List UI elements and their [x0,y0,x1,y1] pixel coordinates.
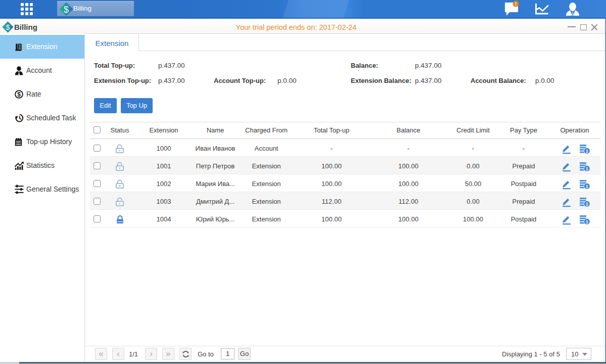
svg-text:$: $ [586,201,588,206]
svg-text:$: $ [586,148,588,153]
svg-text:!: ! [515,2,517,7]
svg-text:$: $ [586,166,588,171]
svg-text:$: $ [586,184,588,189]
svg-text:$: $ [64,5,69,15]
svg-text:$: $ [586,219,588,224]
svg-text:$: $ [17,91,21,98]
